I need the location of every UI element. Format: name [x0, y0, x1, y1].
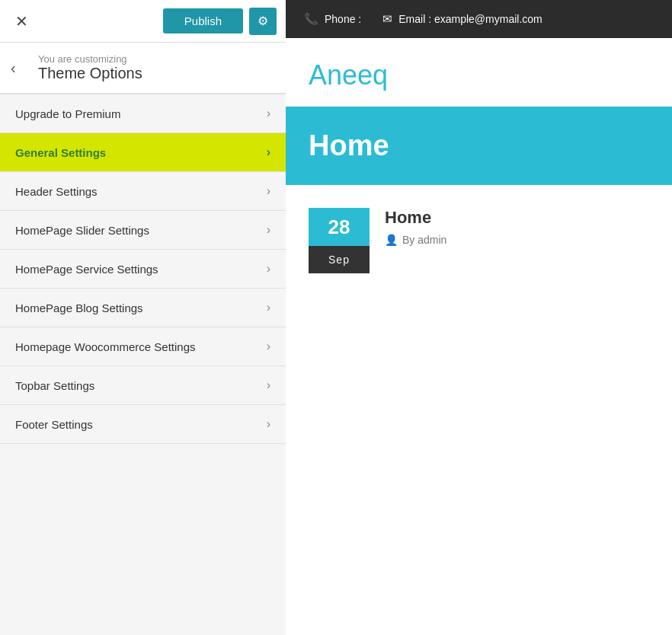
publish-button[interactable]: Publish — [163, 8, 243, 34]
author-name: By admin — [402, 234, 446, 246]
chevron-right-icon: › — [267, 184, 270, 198]
menu-item-label: HomePage Service Settings — [15, 263, 158, 276]
menu-item-homepage-blog[interactable]: HomePage Blog Settings› — [0, 289, 286, 327]
chevron-right-icon: › — [267, 301, 270, 314]
post-title: Home — [385, 208, 446, 228]
email-info: ✉ Email : example@mymail.com — [382, 12, 542, 26]
blog-section: 28 Sep Home 👤 By admin — [286, 185, 672, 296]
menu-item-label: Topbar Settings — [15, 379, 94, 392]
theme-options-title: Theme Options — [38, 65, 142, 81]
chevron-right-icon: › — [267, 262, 270, 276]
hero-title: Home — [309, 129, 389, 161]
menu-item-general[interactable]: General Settings› — [0, 133, 286, 172]
customizing-header: ‹ You are customizing Theme Options — [0, 43, 286, 94]
menu-item-label: HomePage Blog Settings — [15, 302, 143, 314]
menu-item-label: Upgrade to Premium — [15, 107, 120, 120]
menu-item-topbar[interactable]: Topbar Settings› — [0, 366, 286, 405]
date-day: 28 — [309, 208, 370, 246]
date-month: Sep — [309, 246, 370, 273]
menu-item-label: HomePage Slider Settings — [15, 224, 149, 237]
phone-icon: 📞 — [304, 12, 318, 26]
close-button[interactable]: ✕ — [9, 9, 34, 34]
menu-item-footer[interactable]: Footer Settings› — [0, 405, 286, 444]
gear-button[interactable]: ⚙ — [249, 8, 277, 35]
chevron-right-icon: › — [267, 107, 270, 120]
chevron-right-icon: › — [267, 340, 270, 353]
date-box: 28 Sep — [309, 208, 370, 273]
left-panel: ✕ Publish ⚙ ‹ You are customizing Theme … — [0, 0, 286, 635]
blog-post: 28 Sep Home 👤 By admin — [309, 208, 649, 273]
info-bar: 📞 Phone : ✉ Email : example@mymail.com — [286, 0, 672, 38]
back-button[interactable]: ‹ — [11, 59, 16, 77]
top-bar: ✕ Publish ⚙ — [0, 0, 286, 43]
email-label: Email : example@mymail.com — [398, 13, 542, 25]
post-info: Home 👤 By admin — [385, 208, 446, 246]
menu-item-homepage-service[interactable]: HomePage Service Settings› — [0, 250, 286, 289]
menu-item-homepage-woocommerce[interactable]: Homepage Woocommerce Settings› — [0, 327, 286, 366]
brand-name: Aneeq — [309, 59, 388, 91]
menu-item-homepage-slider[interactable]: HomePage Slider Settings› — [0, 211, 286, 250]
menu-item-label: Header Settings — [15, 185, 98, 198]
menu-list: Upgrade to Premium›General Settings›Head… — [0, 94, 286, 635]
brand-section: Aneeq — [286, 38, 672, 107]
customizing-subtitle: You are customizing — [38, 53, 270, 65]
chevron-right-icon: › — [267, 145, 270, 159]
chevron-right-icon: › — [267, 378, 270, 392]
menu-item-label: Homepage Woocommerce Settings — [15, 340, 196, 353]
post-author: 👤 By admin — [385, 234, 446, 246]
hero-banner: Home — [286, 107, 672, 185]
menu-item-upgrade[interactable]: Upgrade to Premium› — [0, 94, 286, 133]
phone-info: 📞 Phone : — [304, 12, 361, 26]
author-icon: 👤 — [385, 234, 398, 246]
email-icon: ✉ — [382, 12, 392, 26]
phone-label: Phone : — [325, 13, 361, 25]
menu-item-label: General Settings — [15, 146, 106, 159]
right-panel: 📞 Phone : ✉ Email : example@mymail.com A… — [286, 0, 672, 635]
menu-item-label: Footer Settings — [15, 418, 93, 431]
chevron-right-icon: › — [267, 417, 270, 431]
menu-item-header[interactable]: Header Settings› — [0, 172, 286, 211]
chevron-right-icon: › — [267, 223, 270, 237]
